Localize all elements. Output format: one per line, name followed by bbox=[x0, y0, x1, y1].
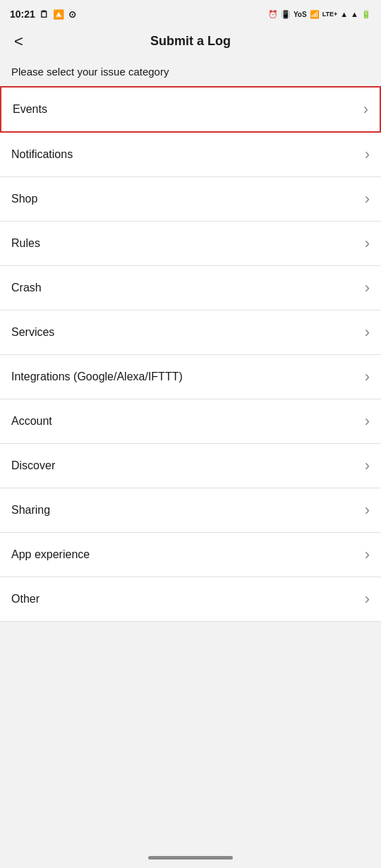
category-label: Notifications bbox=[11, 148, 73, 161]
chevron-right-icon: › bbox=[365, 279, 370, 297]
page-title: Submit a Log bbox=[150, 34, 231, 49]
vibrate-icon: 📳 bbox=[281, 10, 291, 19]
status-time: 10:21 bbox=[10, 8, 35, 20]
chevron-right-icon: › bbox=[363, 100, 368, 119]
battery-icon: 🔋 bbox=[361, 10, 371, 19]
chevron-right-icon: › bbox=[365, 368, 370, 386]
category-item[interactable]: Shop› bbox=[0, 177, 381, 222]
home-indicator bbox=[148, 856, 233, 860]
category-label: Shop bbox=[11, 193, 37, 205]
chevron-right-icon: › bbox=[365, 323, 370, 342]
chevron-right-icon: › bbox=[365, 457, 370, 475]
category-item[interactable]: Discover› bbox=[0, 444, 381, 488]
status-left: 10:21 🗒 🔼 ⊙ bbox=[10, 8, 76, 20]
category-item[interactable]: App experience› bbox=[0, 533, 381, 577]
category-item[interactable]: Integrations (Google/Alexa/IFTTT)› bbox=[0, 355, 381, 399]
category-item[interactable]: Services› bbox=[0, 311, 381, 355]
page-subtitle: Please select your issue category bbox=[0, 57, 381, 83]
category-item[interactable]: Account› bbox=[0, 399, 381, 444]
category-label: Rules bbox=[11, 237, 40, 250]
music-icon: ⊙ bbox=[68, 9, 76, 20]
chevron-right-icon: › bbox=[365, 412, 370, 430]
up-icon: 🔼 bbox=[53, 9, 64, 20]
back-button[interactable]: < bbox=[11, 31, 26, 52]
page-header: < Submit a Log bbox=[0, 25, 381, 57]
status-right: ⏰ 📳 YoS 📶 LTE+ ▲ ▲ 🔋 bbox=[268, 10, 371, 19]
category-label: App experience bbox=[11, 548, 90, 561]
category-item[interactable]: Crash› bbox=[0, 266, 381, 311]
category-item[interactable]: Other› bbox=[0, 577, 381, 622]
chevron-right-icon: › bbox=[365, 501, 370, 519]
category-label: Events bbox=[13, 103, 47, 116]
chevron-right-icon: › bbox=[365, 590, 370, 608]
chevron-right-icon: › bbox=[365, 145, 370, 164]
category-label: Other bbox=[11, 593, 40, 605]
category-label: Crash bbox=[11, 282, 42, 294]
category-item[interactable]: Rules› bbox=[0, 222, 381, 266]
file-icon: 🗒 bbox=[40, 9, 49, 20]
wifi-icon: 📶 bbox=[310, 10, 320, 19]
status-bar: 10:21 🗒 🔼 ⊙ ⏰ 📳 YoS 📶 LTE+ ▲ ▲ 🔋 bbox=[0, 0, 381, 25]
signal2-icon: ▲ bbox=[351, 10, 358, 18]
category-label: Sharing bbox=[11, 504, 50, 517]
chevron-right-icon: › bbox=[365, 545, 370, 564]
category-item[interactable]: Notifications› bbox=[0, 133, 381, 177]
category-list: Events›Notifications›Shop›Rules›Crash›Se… bbox=[0, 86, 381, 622]
signal-icon: ▲ bbox=[340, 10, 348, 18]
chevron-right-icon: › bbox=[365, 190, 370, 208]
lte-plus-icon: LTE+ bbox=[322, 11, 338, 18]
category-label: Discover bbox=[11, 459, 55, 472]
alarm-icon: ⏰ bbox=[268, 10, 278, 19]
category-label: Account bbox=[11, 415, 52, 428]
lte-icon: YoS bbox=[294, 11, 307, 18]
category-item[interactable]: Events› bbox=[0, 86, 381, 133]
chevron-right-icon: › bbox=[365, 234, 370, 253]
category-label: Services bbox=[11, 326, 54, 339]
category-item[interactable]: Sharing› bbox=[0, 488, 381, 533]
category-label: Integrations (Google/Alexa/IFTTT) bbox=[11, 370, 183, 383]
